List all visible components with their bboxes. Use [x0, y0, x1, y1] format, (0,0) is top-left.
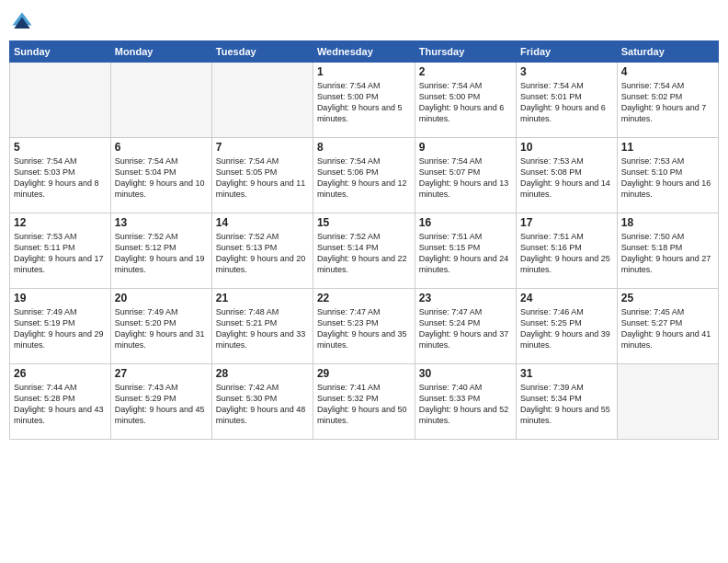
logo: [9, 9, 39, 35]
cell-empty: [211, 63, 313, 138]
day-number: 10: [520, 141, 613, 154]
cell-24: 24Sunrise: 7:46 AMSunset: 5:25 PMDayligh…: [517, 289, 618, 364]
header: [9, 9, 719, 35]
cell-info: Sunrise: 7:52 AMSunset: 5:14 PMDaylight:…: [317, 231, 411, 276]
cell-info: Sunrise: 7:49 AMSunset: 5:20 PMDaylight:…: [115, 306, 208, 351]
day-number: 24: [520, 292, 613, 304]
cell-info: Sunrise: 7:44 AMSunset: 5:28 PMDaylight:…: [14, 382, 107, 427]
day-number: 27: [115, 367, 208, 380]
cell-info: Sunrise: 7:54 AMSunset: 5:02 PMDaylight:…: [621, 80, 714, 125]
logo-icon: [9, 9, 35, 35]
day-number: 21: [216, 292, 309, 304]
cell-info: Sunrise: 7:48 AMSunset: 5:21 PMDaylight:…: [216, 306, 309, 351]
week-row-3: 12Sunrise: 7:53 AMSunset: 5:11 PMDayligh…: [10, 213, 719, 289]
cell-17: 17Sunrise: 7:51 AMSunset: 5:16 PMDayligh…: [517, 213, 618, 289]
day-number: 30: [419, 367, 512, 380]
cell-info: Sunrise: 7:50 AMSunset: 5:18 PMDaylight:…: [621, 231, 714, 276]
cell-31: 31Sunrise: 7:39 AMSunset: 5:34 PMDayligh…: [517, 364, 618, 440]
cell-21: 21Sunrise: 7:48 AMSunset: 5:21 PMDayligh…: [211, 289, 313, 364]
day-number: 26: [14, 367, 107, 380]
col-header-friday: Friday: [517, 41, 618, 63]
cell-22: 22Sunrise: 7:47 AMSunset: 5:23 PMDayligh…: [313, 289, 415, 364]
cell-info: Sunrise: 7:51 AMSunset: 5:15 PMDaylight:…: [419, 231, 512, 276]
cell-2: 2Sunrise: 7:54 AMSunset: 5:00 PMDaylight…: [415, 63, 516, 138]
cell-29: 29Sunrise: 7:41 AMSunset: 5:32 PMDayligh…: [313, 364, 415, 440]
cell-14: 14Sunrise: 7:52 AMSunset: 5:13 PMDayligh…: [211, 213, 313, 289]
cell-28: 28Sunrise: 7:42 AMSunset: 5:30 PMDayligh…: [211, 364, 313, 440]
cell-26: 26Sunrise: 7:44 AMSunset: 5:28 PMDayligh…: [10, 364, 111, 440]
day-number: 7: [216, 141, 309, 154]
cell-13: 13Sunrise: 7:52 AMSunset: 5:12 PMDayligh…: [110, 213, 211, 289]
cell-16: 16Sunrise: 7:51 AMSunset: 5:15 PMDayligh…: [415, 213, 516, 289]
day-number: 17: [520, 216, 613, 229]
day-number: 6: [115, 141, 208, 154]
page: SundayMondayTuesdayWednesdayThursdayFrid…: [0, 0, 728, 563]
week-row-2: 5Sunrise: 7:54 AMSunset: 5:03 PMDaylight…: [10, 138, 719, 213]
cell-23: 23Sunrise: 7:47 AMSunset: 5:24 PMDayligh…: [415, 289, 516, 364]
day-number: 15: [317, 216, 411, 229]
cell-empty: [617, 364, 718, 440]
cell-1: 1Sunrise: 7:54 AMSunset: 5:00 PMDaylight…: [313, 63, 415, 138]
cell-6: 6Sunrise: 7:54 AMSunset: 5:04 PMDaylight…: [110, 138, 211, 213]
col-header-saturday: Saturday: [617, 41, 718, 63]
cell-10: 10Sunrise: 7:53 AMSunset: 5:08 PMDayligh…: [517, 138, 618, 213]
cell-12: 12Sunrise: 7:53 AMSunset: 5:11 PMDayligh…: [10, 213, 111, 289]
week-row-4: 19Sunrise: 7:49 AMSunset: 5:19 PMDayligh…: [10, 289, 719, 364]
cell-info: Sunrise: 7:52 AMSunset: 5:13 PMDaylight:…: [216, 231, 309, 276]
cell-info: Sunrise: 7:49 AMSunset: 5:19 PMDaylight:…: [14, 306, 107, 351]
header-row: SundayMondayTuesdayWednesdayThursdayFrid…: [10, 41, 719, 63]
cell-info: Sunrise: 7:47 AMSunset: 5:23 PMDaylight:…: [317, 306, 411, 351]
day-number: 20: [115, 292, 208, 304]
cell-5: 5Sunrise: 7:54 AMSunset: 5:03 PMDaylight…: [10, 138, 111, 213]
day-number: 3: [520, 65, 613, 78]
day-number: 28: [216, 367, 309, 380]
cell-11: 11Sunrise: 7:53 AMSunset: 5:10 PMDayligh…: [617, 138, 718, 213]
cell-info: Sunrise: 7:41 AMSunset: 5:32 PMDaylight:…: [317, 382, 411, 427]
cell-empty: [10, 63, 111, 138]
day-number: 12: [14, 216, 107, 229]
cell-info: Sunrise: 7:47 AMSunset: 5:24 PMDaylight:…: [419, 306, 512, 351]
cell-info: Sunrise: 7:54 AMSunset: 5:04 PMDaylight:…: [115, 155, 208, 201]
cell-info: Sunrise: 7:54 AMSunset: 5:01 PMDaylight:…: [520, 80, 613, 125]
cell-info: Sunrise: 7:54 AMSunset: 5:05 PMDaylight:…: [216, 155, 309, 201]
cell-15: 15Sunrise: 7:52 AMSunset: 5:14 PMDayligh…: [313, 213, 415, 289]
cell-info: Sunrise: 7:54 AMSunset: 5:07 PMDaylight:…: [419, 155, 512, 201]
cell-info: Sunrise: 7:53 AMSunset: 5:10 PMDaylight:…: [621, 155, 714, 201]
day-number: 31: [520, 367, 613, 380]
cell-9: 9Sunrise: 7:54 AMSunset: 5:07 PMDaylight…: [415, 138, 516, 213]
cell-18: 18Sunrise: 7:50 AMSunset: 5:18 PMDayligh…: [617, 213, 718, 289]
cell-info: Sunrise: 7:39 AMSunset: 5:34 PMDaylight:…: [520, 382, 613, 427]
col-header-sunday: Sunday: [10, 41, 111, 63]
day-number: 1: [317, 65, 411, 78]
cell-info: Sunrise: 7:54 AMSunset: 5:00 PMDaylight:…: [317, 80, 411, 125]
day-number: 8: [317, 141, 411, 154]
col-header-monday: Monday: [110, 41, 211, 63]
day-number: 13: [115, 216, 208, 229]
cell-info: Sunrise: 7:53 AMSunset: 5:08 PMDaylight:…: [520, 155, 613, 201]
day-number: 16: [419, 216, 512, 229]
day-number: 2: [419, 65, 512, 78]
cell-20: 20Sunrise: 7:49 AMSunset: 5:20 PMDayligh…: [110, 289, 211, 364]
cell-25: 25Sunrise: 7:45 AMSunset: 5:27 PMDayligh…: [617, 289, 718, 364]
cell-30: 30Sunrise: 7:40 AMSunset: 5:33 PMDayligh…: [415, 364, 516, 440]
day-number: 18: [621, 216, 714, 229]
week-row-5: 26Sunrise: 7:44 AMSunset: 5:28 PMDayligh…: [10, 364, 719, 440]
week-row-1: 1Sunrise: 7:54 AMSunset: 5:00 PMDaylight…: [10, 63, 719, 138]
cell-info: Sunrise: 7:54 AMSunset: 5:03 PMDaylight:…: [14, 155, 107, 201]
col-header-thursday: Thursday: [415, 41, 516, 63]
day-number: 25: [621, 292, 714, 304]
cell-info: Sunrise: 7:52 AMSunset: 5:12 PMDaylight:…: [115, 231, 208, 276]
col-header-wednesday: Wednesday: [313, 41, 415, 63]
cell-info: Sunrise: 7:40 AMSunset: 5:33 PMDaylight:…: [419, 382, 512, 427]
day-number: 23: [419, 292, 512, 304]
day-number: 4: [621, 65, 714, 78]
cell-info: Sunrise: 7:42 AMSunset: 5:30 PMDaylight:…: [216, 382, 309, 427]
cell-empty: [110, 63, 211, 138]
day-number: 19: [14, 292, 107, 304]
cell-7: 7Sunrise: 7:54 AMSunset: 5:05 PMDaylight…: [211, 138, 313, 213]
calendar: SundayMondayTuesdayWednesdayThursdayFrid…: [9, 40, 719, 440]
cell-info: Sunrise: 7:53 AMSunset: 5:11 PMDaylight:…: [14, 231, 107, 276]
cell-19: 19Sunrise: 7:49 AMSunset: 5:19 PMDayligh…: [10, 289, 111, 364]
day-number: 11: [621, 141, 714, 154]
cell-info: Sunrise: 7:46 AMSunset: 5:25 PMDaylight:…: [520, 306, 613, 351]
